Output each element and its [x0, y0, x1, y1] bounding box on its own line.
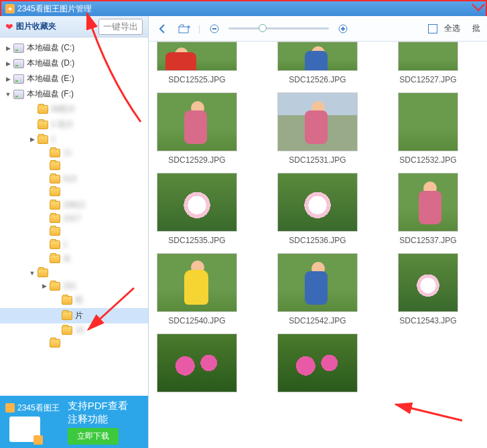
thumbnail-item[interactable]: SDC12525.JPG: [157, 42, 237, 84]
thumbnail-item[interactable]: SDC12535.JPG: [157, 173, 237, 245]
thumbnail-item[interactable]: SDC12543.JPG: [398, 253, 458, 325]
thumbnail-image[interactable]: [157, 333, 237, 392]
thumbnail-image[interactable]: [398, 173, 458, 232]
expander-icon[interactable]: [40, 162, 48, 170]
tree-folder[interactable]: ▶2: [0, 133, 148, 146]
thumbnail-caption: SDC12535.JPG: [157, 236, 237, 245]
thumbnail-item[interactable]: SDC12542.JPG: [277, 253, 358, 325]
tree-label: 本地磁盘 (E:): [27, 73, 74, 84]
zoom-handle[interactable]: [259, 24, 267, 32]
tree-label: 1: [63, 240, 68, 249]
zoom-slider[interactable]: [228, 27, 329, 29]
tree-folder[interactable]: 夹: [0, 251, 148, 267]
folder-icon: [50, 339, 60, 348]
expander-icon[interactable]: [52, 326, 60, 334]
thumbnail-item[interactable]: [157, 333, 237, 396]
thumbnail-item[interactable]: SDC12536.JPG: [277, 173, 358, 245]
thumbnail-image[interactable]: [398, 42, 458, 71]
thumbnail-image[interactable]: [398, 253, 458, 312]
favorites-label: 图片收藏夹: [16, 21, 98, 32]
thumbnail-item[interactable]: SDC12527.JPG: [398, 42, 458, 84]
tree-drive[interactable]: ▶本地磁盘 (E:): [0, 71, 148, 86]
thumbnail-image[interactable]: [157, 253, 237, 312]
folder-icon: [38, 135, 48, 144]
thumbnail-image[interactable]: [398, 92, 458, 151]
folder-icon: [50, 214, 60, 223]
expander-icon[interactable]: ▼: [4, 90, 12, 98]
folder-icon: [38, 121, 48, 129]
tree-folder[interactable]: 11: [0, 146, 148, 159]
tree-folder[interactable]: [0, 337, 148, 350]
thumbnail-item[interactable]: SDC12526.JPG: [277, 42, 358, 84]
tree-folder[interactable]: [0, 185, 148, 198]
tree-drive[interactable]: ▶本地磁盘 (C:): [0, 40, 148, 56]
select-all-checkbox[interactable]: [428, 24, 437, 33]
expander-icon[interactable]: [40, 255, 48, 263]
batch-label: 批: [472, 23, 480, 34]
tree-folder[interactable]: [0, 225, 148, 238]
thumbnail-image[interactable]: [277, 173, 358, 232]
expander-icon[interactable]: [28, 106, 36, 114]
thumbnail-image[interactable]: [277, 253, 358, 312]
expander-icon[interactable]: [52, 297, 60, 305]
tree-folder[interactable]: ▼: [0, 267, 148, 279]
tree-folder[interactable]: 013: [0, 172, 148, 185]
thumbnail-image[interactable]: [157, 92, 237, 151]
tree-drive[interactable]: ▶本地磁盘 (D:): [0, 56, 148, 71]
tree-folder[interactable]: 照: [0, 293, 148, 308]
thumbnail-item[interactable]: SDC12531.JPG: [277, 92, 358, 165]
expander-icon[interactable]: [40, 340, 48, 348]
tree-folder[interactable]: 片: [0, 308, 148, 323]
expander-icon[interactable]: [40, 214, 48, 222]
tree-drive[interactable]: ▼本地磁盘 (F:): [0, 86, 148, 102]
expander-icon[interactable]: ▶: [4, 75, 12, 83]
expander-icon[interactable]: [28, 121, 36, 129]
zoom-out-button[interactable]: [207, 21, 222, 36]
up-folder-button[interactable]: [177, 21, 192, 36]
thumbnail-image[interactable]: [157, 42, 237, 71]
expander-icon[interactable]: [40, 188, 48, 196]
tree-folder[interactable]: 1017: [0, 212, 148, 225]
thumbnail-item[interactable]: SDC12532.JPG: [398, 92, 458, 165]
ad-banner: 2345看图王 支持PDF查看 注释功能 立即下载: [0, 396, 148, 448]
tree-folder[interactable]: 1: [0, 238, 148, 251]
thumbnail-item[interactable]: [277, 333, 358, 396]
thumbnail-image[interactable]: [277, 333, 358, 392]
expander-icon[interactable]: [40, 201, 48, 209]
zoom-in-button[interactable]: [336, 21, 350, 36]
thumbnail-grid[interactable]: SDC12525.JPGSDC12526.JPGSDC12527.JPGSDC1…: [149, 42, 487, 448]
thumbnail-image[interactable]: [277, 42, 358, 71]
tree-folder[interactable]: 20622: [0, 198, 148, 212]
tree-folder[interactable]: 08照片: [0, 102, 148, 117]
expander-icon[interactable]: [40, 240, 48, 248]
thumbnail-item[interactable]: SDC12537.JPG: [398, 173, 458, 245]
export-button[interactable]: 一键导出: [98, 19, 143, 35]
expander-icon[interactable]: ▶: [28, 135, 36, 143]
back-button[interactable]: [155, 21, 170, 36]
tree-folder[interactable]: 2 照片: [0, 117, 148, 133]
tree-folder[interactable]: ▶201: [0, 279, 148, 293]
expander-icon[interactable]: ▶: [4, 44, 12, 52]
select-all-label: 全选: [444, 23, 460, 34]
ad-download-button[interactable]: 立即下载: [68, 428, 119, 445]
expander-icon[interactable]: ▼: [28, 269, 36, 277]
expander-icon[interactable]: [52, 312, 60, 320]
thumbnail-caption: SDC12526.JPG: [277, 75, 358, 84]
expander-icon[interactable]: [40, 175, 48, 183]
expander-icon[interactable]: ▶: [40, 282, 48, 290]
expander-icon[interactable]: [40, 228, 48, 236]
folder-tree[interactable]: ▶本地磁盘 (C:) ▶本地磁盘 (D:) ▶本地磁盘 (E:) ▼本地磁盘 (…: [0, 38, 148, 396]
expander-icon[interactable]: ▶: [4, 60, 12, 68]
thumbnail-image[interactable]: [157, 173, 237, 232]
tree-label: 片: [75, 310, 83, 321]
thumbnail-image[interactable]: [277, 92, 358, 151]
thumbnail-item[interactable]: SDC12540.JPG: [157, 253, 237, 325]
folder-icon: [50, 161, 60, 170]
folder-icon: [62, 311, 72, 320]
tree-folder[interactable]: 15: [0, 323, 148, 337]
annotation-marker: [472, 0, 485, 11]
thumbnail-item[interactable]: SDC12529.JPG: [157, 92, 237, 165]
tree-folder[interactable]: [0, 159, 148, 172]
expander-icon[interactable]: [40, 149, 48, 157]
tree-label: 08照片: [51, 104, 76, 115]
